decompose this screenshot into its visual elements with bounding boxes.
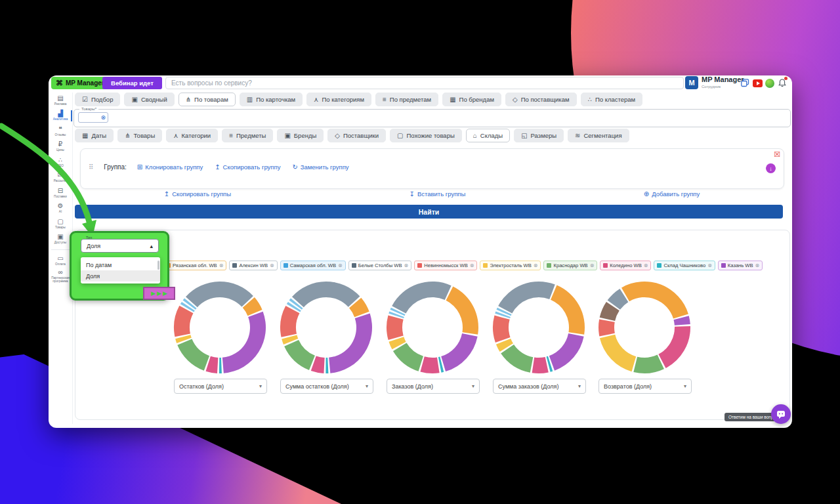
sidebar-item-11[interactable]: ▭Оплата — [49, 253, 72, 268]
sidebar-item-7[interactable]: ⊟Поставки — [49, 185, 72, 201]
clear-icon[interactable]: ⊗ — [100, 114, 106, 121]
close-group-icon[interactable]: ☒ — [774, 151, 780, 158]
tab-filter-2[interactable]: ⋔Товары — [117, 129, 162, 142]
webinar-button[interactable]: Вебинар идет — [102, 77, 162, 89]
sidebar-item-10[interactable]: ▣Доступы — [49, 232, 72, 247]
metric-select-2[interactable]: Сумма остатков (Доля)▾ — [280, 379, 373, 394]
legend-chip-6[interactable]: Электросталь WB⊗ — [480, 261, 541, 270]
sidebar-item-4[interactable]: ₽Цены — [49, 139, 72, 155]
sidebar-item-8[interactable]: ⚙AI — [49, 201, 72, 217]
sidebar-item-1[interactable]: ▤Реклама — [49, 93, 72, 108]
products-filter-field[interactable]: Товары* ⊗ — [74, 109, 791, 127]
tab-top-8[interactable]: ◇По поставщикам — [505, 93, 577, 106]
chat-button[interactable] — [771, 404, 791, 424]
sidebar-item-6[interactable]: ✉Рассылки — [49, 170, 72, 186]
tab-top-4[interactable]: ▥По карточкам — [240, 93, 303, 106]
group-action-1[interactable]: ⊞Клонировать группу — [137, 163, 203, 171]
type-select[interactable]: Доля ▴ — [81, 239, 159, 253]
metric-select-1[interactable]: Остатков (Доля)▾ — [174, 379, 267, 394]
products-filter-chip[interactable]: ⊗ — [78, 112, 108, 123]
legend-chip-3[interactable]: Самарская обл. WB⊗ — [280, 261, 346, 270]
drag-handle-icon[interactable]: ⠿ — [89, 163, 93, 171]
legend-chip-4[interactable]: Белые Столбы WB⊗ — [348, 261, 411, 270]
sidebar-item-3[interactable]: ❝Отзывы — [49, 123, 72, 139]
legend-remove-icon[interactable]: ⊗ — [338, 262, 343, 268]
legend-remove-icon[interactable]: ⊗ — [404, 262, 409, 268]
avatar[interactable]: M — [685, 76, 698, 89]
tab-top-9[interactable]: ∴По кластерам — [581, 93, 643, 106]
donut-chart-2 — [279, 280, 373, 375]
app-logo[interactable]: ⌘ MP Manager — [51, 77, 109, 89]
scrollbar[interactable] — [158, 261, 159, 270]
sidebar-item-2[interactable]: ▟Аналитика — [49, 108, 72, 124]
legend-chip-5[interactable]: Невинномысск WB⊗ — [414, 261, 477, 270]
legend-remove-icon[interactable]: ⊗ — [219, 262, 224, 268]
tab-icon: ∴ — [588, 96, 592, 103]
metric-select-4[interactable]: Сумма заказов (Доля)▾ — [493, 379, 586, 394]
legend-color-swatch — [721, 263, 726, 268]
group-link-3[interactable]: ⊕Добавить группу — [644, 190, 700, 198]
sidebar-label: Реклама — [54, 102, 66, 106]
link-icon: ⊞ — [137, 163, 142, 171]
tab-icon: ⋏ — [173, 132, 178, 139]
group-panel: ☒ ⠿ Группа: ⊞Клонировать группу↥Скопиров… — [80, 148, 784, 189]
search-input[interactable] — [165, 77, 684, 89]
copy-icon[interactable] — [740, 78, 750, 88]
legend-remove-icon[interactable]: ⊗ — [590, 262, 595, 268]
youtube-icon[interactable] — [753, 79, 763, 87]
tab-top-2[interactable]: ▣Сводный — [124, 93, 174, 106]
type-option-1[interactable]: По датам — [81, 259, 160, 270]
group-link-1[interactable]: ↥Скопировать группы — [164, 190, 231, 198]
group-action-2[interactable]: ↥Скопировать группу — [215, 163, 280, 171]
group-action-3[interactable]: ↻Заменить группу — [292, 163, 348, 171]
legend-label: Самарская обл. WB — [290, 262, 336, 268]
find-button[interactable]: Найти — [75, 205, 783, 219]
legend-chip-8[interactable]: Коледино WB⊗ — [600, 261, 651, 270]
tab-filter-1[interactable]: ▦Даты — [75, 129, 114, 142]
tab-top-6[interactable]: ≡По предметам — [375, 93, 438, 106]
sidebar-label: Оплата — [55, 262, 66, 266]
sidebar-item-9[interactable]: ▢Товары — [49, 216, 72, 232]
notifications-bell-icon[interactable] — [777, 78, 787, 88]
legend-chip-9[interactable]: Склад Чашниково⊗ — [654, 261, 715, 270]
sidebar-icon: ▣ — [57, 234, 63, 240]
legend-color-swatch — [483, 263, 488, 268]
donut-chart-1 — [173, 280, 267, 375]
legend-chip-7[interactable]: Краснодар WB⊗ — [543, 261, 597, 270]
chevron-down-icon: ▾ — [578, 383, 581, 389]
donut-segment — [532, 357, 549, 373]
tab-filter-7[interactable]: ▢Похожие товары — [390, 129, 462, 142]
group-link-2[interactable]: ↧Вставить группы — [410, 190, 466, 198]
expand-group-icon[interactable]: ↓ — [766, 163, 776, 173]
tab-filter-4[interactable]: ≡Предметы — [222, 129, 273, 142]
legend-chip-2[interactable]: Алексин WB⊗ — [229, 261, 277, 270]
tab-top-3[interactable]: ⋔По товарам — [178, 93, 236, 106]
legend-chip-10[interactable]: Казань WB⊗ — [718, 261, 763, 270]
tab-icon: ⋔ — [186, 96, 191, 103]
legend-remove-icon[interactable]: ⊗ — [644, 262, 648, 268]
donut-segment — [549, 333, 584, 371]
legend-remove-icon[interactable]: ⊗ — [270, 262, 274, 268]
legend-color-swatch — [657, 263, 662, 268]
tab-top-1[interactable]: ☑Подбор — [75, 93, 120, 106]
partner-green-icon[interactable] — [765, 79, 774, 88]
metric-select-5[interactable]: Возвратов (Доля)▾ — [598, 379, 692, 394]
tab-filter-3[interactable]: ⋏Категории — [166, 129, 218, 142]
tab-filter-8[interactable]: ⌂Склады — [466, 129, 510, 142]
metric-select-3[interactable]: Заказов (Доля)▾ — [387, 379, 480, 394]
legend-remove-icon[interactable]: ⊗ — [755, 262, 760, 268]
sidebar-item-12[interactable]: ∞Партнерская программа — [49, 268, 72, 284]
tab-filter-5[interactable]: ▣Бренды — [277, 129, 324, 142]
legend-remove-icon[interactable]: ⊗ — [470, 262, 474, 268]
tab-top-5[interactable]: ⋏По категориям — [306, 93, 371, 106]
legend-remove-icon[interactable]: ⊗ — [707, 262, 712, 268]
tab-filter-6[interactable]: ◇Поставщики — [327, 129, 386, 142]
sidebar-item-5[interactable]: ∴SEO — [49, 154, 72, 170]
type-option-2[interactable]: Доля — [81, 270, 160, 282]
tab-filter-9[interactable]: ◱Размеры — [514, 129, 564, 142]
legend-label: Невинномысск WB — [424, 262, 468, 268]
legend-chip-1[interactable]: Рязанская обл. WB⊗ — [163, 261, 226, 270]
tab-top-7[interactable]: ▦По брендам — [442, 93, 501, 106]
tab-filter-10[interactable]: ≋Сегментация — [568, 129, 629, 142]
legend-remove-icon[interactable]: ⊗ — [534, 262, 538, 268]
